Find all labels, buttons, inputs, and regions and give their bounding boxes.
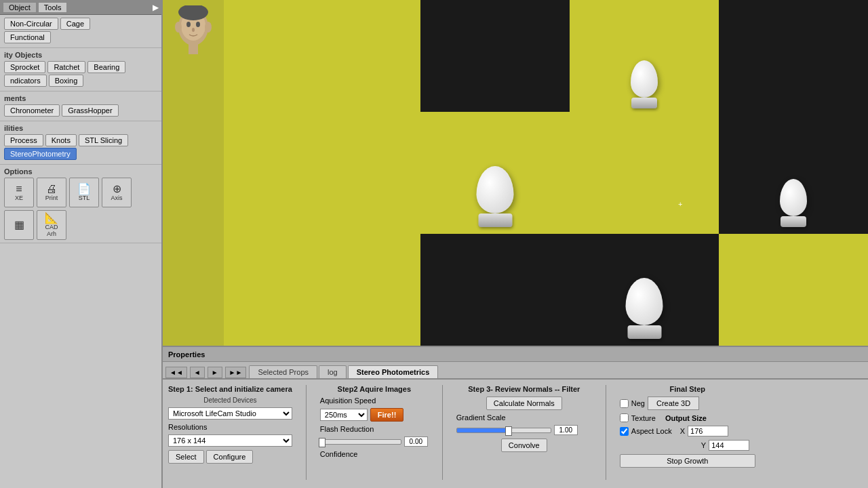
icon-btn-cad-label: CAD Arh [45, 224, 58, 237]
btn-sprocket[interactable]: Sprocket [4, 61, 45, 73]
gradient-slider[interactable] [456, 428, 551, 433]
tab-tools[interactable]: Tools [38, 2, 68, 13]
flash-slider[interactable] [320, 439, 401, 445]
egg-body-bl [626, 278, 663, 325]
nav-first[interactable]: ◄◄ [165, 367, 187, 378]
final-step-title: Final Step [620, 385, 755, 393]
properties-label: Properties [168, 350, 205, 359]
options-header: Options [4, 167, 157, 176]
btn-bearing[interactable]: Bearing [87, 61, 125, 73]
gradient-slider-thumb[interactable] [505, 426, 512, 436]
icon-btn-cad[interactable]: 📐 CAD Arh [37, 210, 66, 240]
tab-stereo-photometrics[interactable]: Stereo Photometrics [348, 365, 439, 378]
divider-1 [306, 385, 307, 480]
btn-cage[interactable]: Cage [60, 18, 90, 30]
cad-icon: 📐 [45, 213, 58, 224]
acquisition-label: Aquisition Speed [320, 396, 376, 405]
flash-slider-thumb[interactable] [319, 438, 326, 447]
btn-non-circular[interactable]: Non-Circular [4, 18, 58, 30]
ments-section: ments Chronometer GrassHopper [0, 92, 161, 121]
cb-cell-r3c1 [420, 234, 570, 346]
cb-cell-r2c1 [420, 112, 570, 234]
icon-btn-grid[interactable]: ▦ [4, 210, 34, 240]
flash-label: Flash Reduction [320, 425, 374, 433]
icon-btn-print-label: Print [45, 195, 58, 201]
aspect-lock-label: Aspect Lock [631, 427, 672, 435]
egg-stand-bl [627, 325, 661, 339]
create3d-btn[interactable]: Create 3D [648, 396, 699, 410]
bg-yellow [224, 0, 420, 346]
cb-cell-r1c3 [719, 0, 868, 112]
step2-panel: Step2 Aquire Images Aquisition Speed 250… [320, 385, 429, 483]
resolution-select[interactable]: 176 x 144 [168, 434, 292, 447]
tab-log[interactable]: log [319, 365, 347, 378]
aspect-lock-checkbox[interactable] [620, 427, 629, 436]
neg-label: Neg [631, 399, 645, 407]
icon-btn-stl[interactable]: 📄 STL [69, 178, 99, 207]
divider-3 [606, 385, 606, 480]
convolve-btn[interactable]: Convolve [501, 439, 547, 452]
cb-cell-r1c1 [420, 0, 570, 112]
utilities-header: ilities [4, 124, 157, 132]
xe-icon: ≡ [16, 184, 22, 195]
icon-btn-stl-label: STL [79, 195, 90, 201]
axis-icon: ⊕ [113, 184, 121, 195]
cb-cell-r3c3 [719, 234, 868, 346]
icon-btn-print[interactable]: 🖨 Print [37, 178, 66, 207]
svg-point-3 [196, 22, 200, 27]
nav-last[interactable]: ►► [225, 367, 247, 378]
step1-subtitle: Detected Devices [168, 396, 292, 404]
panel-collapse-arrow[interactable]: ▶ [153, 3, 159, 12]
tabs-bar: ◄◄ ◄ ► ►► Selected Props log Stereo Phot… [163, 362, 868, 380]
tab-object[interactable]: Object [3, 2, 37, 13]
y-value[interactable]: 144 [709, 440, 749, 451]
texture-label: Texture [631, 414, 656, 422]
btn-stereophotometry[interactable]: StereoPhotometry [4, 148, 77, 160]
primitives-section: Non-Circular Cage Functional [0, 15, 161, 48]
btn-knots[interactable]: Knots [45, 134, 77, 146]
step1-panel: Step 1: Select and initialize camera Det… [168, 385, 292, 483]
svg-rect-5 [189, 43, 198, 54]
configure-btn[interactable]: Configure [206, 450, 254, 464]
btn-ratchet[interactable]: Ratchet [47, 61, 85, 73]
neg-checkbox[interactable] [620, 399, 629, 408]
egg-stand-mr [781, 216, 806, 227]
x-value[interactable]: 176 [688, 426, 728, 436]
tab-selected-props[interactable]: Selected Props [249, 365, 317, 378]
main-viewport[interactable]: + [163, 0, 868, 346]
left-topbar: Object Tools ▶ [0, 0, 161, 15]
nav-prev[interactable]: ◄ [190, 367, 205, 378]
btn-process[interactable]: Process [4, 134, 43, 146]
texture-checkbox[interactable] [620, 413, 629, 422]
btn-grasshopper[interactable]: GrassHopper [62, 104, 118, 117]
checkerboard-grid [420, 0, 868, 346]
stop-growth-btn[interactable]: Stop Growth [620, 454, 755, 468]
gradient-slider-val: 1.00 [554, 425, 578, 435]
btn-functional[interactable]: Functional [4, 31, 51, 43]
options-section: Options ≡ XE 🖨 Print 📄 STL ⊕ Axis ▦ [0, 165, 161, 243]
camera-select[interactable]: Microsoft LifeCam Studio [168, 407, 292, 420]
egg-stand-top [631, 98, 657, 108]
icon-btn-axis[interactable]: ⊕ Axis [102, 178, 132, 207]
ments-header: ments [4, 94, 157, 102]
egg-body-ml [477, 166, 514, 214]
bottom-content: Step 1: Select and initialize camera Det… [163, 380, 868, 488]
svg-point-7 [205, 22, 212, 33]
select-btn[interactable]: Select [168, 450, 204, 464]
fire-btn[interactable]: Fire!! [370, 408, 404, 422]
resolutions-label: Resolutions [168, 423, 207, 431]
final-step-panel: Final Step Neg Create 3D Texture Output … [620, 385, 755, 483]
cb-cell-r3c2 [570, 234, 719, 346]
btn-stl-slicing[interactable]: STL Slicing [79, 134, 128, 146]
icon-btn-xe[interactable]: ≡ XE [4, 178, 34, 207]
utility-objects-section: ity Objects Sprocket Ratchet Bearing ndi… [0, 48, 161, 92]
btn-boxing[interactable]: Boxing [49, 75, 84, 87]
speed-select[interactable]: 250ms [320, 409, 368, 421]
bottom-panel: Properties ◄◄ ◄ ► ►► Selected Props log … [163, 346, 868, 488]
nav-next[interactable]: ► [208, 367, 222, 378]
calculate-normals-btn[interactable]: Calculate Normals [486, 396, 562, 410]
btn-chronometer[interactable]: Chronometer [4, 104, 60, 117]
btn-indicators[interactable]: ndicators [4, 75, 47, 87]
output-size-label: Output Size [665, 414, 707, 422]
step1-title: Step 1: Select and initialize camera [168, 385, 292, 393]
